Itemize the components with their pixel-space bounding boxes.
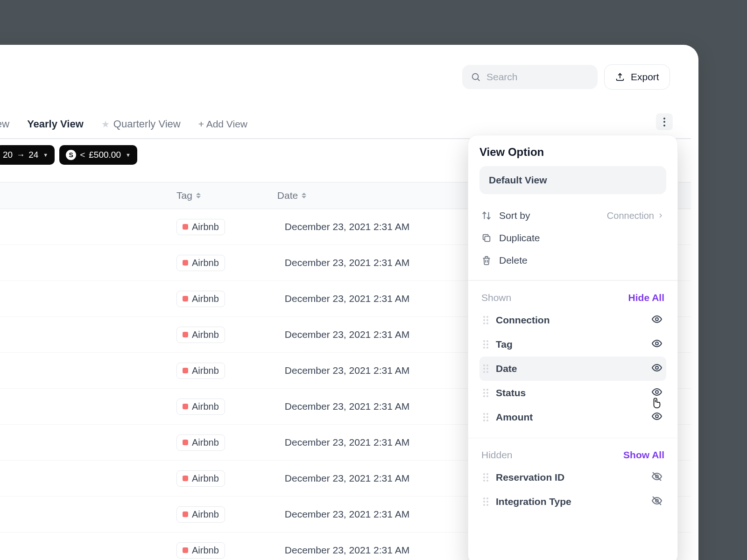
column-name: Connection [496, 315, 550, 326]
column-date[interactable]: Date [277, 190, 306, 201]
visibility-toggle[interactable] [651, 362, 662, 375]
search-icon [471, 72, 481, 82]
cursor-icon [651, 397, 663, 409]
add-view-button[interactable]: + Add View [198, 119, 247, 130]
tag-color-icon [183, 440, 188, 445]
visibility-toggle[interactable] [651, 314, 662, 327]
tab-quarterly-label: Quarterly View [113, 118, 181, 130]
trash-icon [481, 255, 492, 266]
tag-label: Airbnb [192, 222, 219, 232]
tag-badge[interactable]: Airbnb [176, 291, 225, 307]
hidden-column-integration-type[interactable]: Integration Type [479, 490, 666, 514]
filter-pills: 20 → 24 ▼ S < £500.00 ▼ [0, 145, 137, 165]
drag-handle-icon[interactable] [483, 389, 488, 397]
tag-badge[interactable]: Airbnb [176, 542, 225, 559]
tag-badge[interactable]: Airbnb [176, 255, 225, 271]
tag-badge[interactable]: Airbnb [176, 363, 225, 379]
tag-color-icon [183, 332, 188, 337]
svg-point-8 [655, 415, 658, 418]
tab-yearly-view[interactable]: Yearly View [27, 118, 84, 130]
hide-all-button[interactable]: Hide All [628, 292, 664, 303]
show-all-button[interactable]: Show All [623, 449, 664, 461]
column-date-label: Date [277, 190, 298, 201]
filter-date-range[interactable]: 20 → 24 ▼ [0, 145, 55, 165]
svg-line-1 [478, 79, 479, 81]
duplicate-row[interactable]: Duplicate [479, 227, 666, 249]
date-cell: December 23, 2021 2:31 AM [285, 509, 409, 520]
shown-column-connection[interactable]: Connection [479, 308, 666, 332]
eye-off-icon [651, 495, 662, 506]
caret-down-icon: ▼ [126, 152, 131, 158]
delete-row[interactable]: Delete [479, 249, 666, 272]
amount-operator: < [80, 150, 85, 160]
eye-icon [651, 362, 662, 373]
tag-label: Airbnb [192, 258, 219, 268]
sort-icon [481, 210, 492, 221]
drag-handle-icon[interactable] [483, 413, 488, 421]
svg-point-4 [655, 318, 658, 321]
visibility-toggle[interactable] [651, 471, 662, 484]
more-options-button[interactable] [656, 113, 673, 130]
tag-color-icon [183, 224, 188, 230]
visibility-toggle[interactable] [651, 495, 662, 508]
search-placeholder: Search [486, 71, 518, 83]
search-input[interactable]: Search [462, 65, 598, 89]
export-label: Export [631, 71, 659, 83]
tag-color-icon [183, 260, 188, 266]
view-tabs: ew Yearly View ★ Quarterly View + Add Vi… [0, 118, 247, 130]
sort-icon [302, 193, 306, 198]
date-cell: December 23, 2021 2:31 AM [285, 437, 409, 448]
tag-label: Airbnb [192, 473, 219, 484]
copy-icon [481, 233, 492, 243]
tab-partial[interactable]: ew [0, 118, 9, 130]
tag-color-icon [183, 404, 188, 409]
date-cell: December 23, 2021 2:31 AM [285, 221, 409, 232]
filter-amount[interactable]: S < £500.00 ▼ [59, 145, 137, 165]
tag-badge[interactable]: Airbnb [176, 399, 225, 415]
shown-column-tag[interactable]: Tag [479, 332, 666, 357]
sort-by-row[interactable]: Sort by Connection [479, 204, 666, 227]
tag-label: Airbnb [192, 294, 219, 304]
eye-icon [651, 411, 662, 422]
column-name: Date [496, 363, 517, 374]
drag-handle-icon[interactable] [483, 473, 488, 482]
tag-badge[interactable]: Airbnb [176, 470, 225, 487]
panel-separator [468, 438, 677, 439]
column-tag[interactable]: Tag [176, 190, 201, 201]
drag-handle-icon[interactable] [483, 497, 488, 506]
tag-color-icon [183, 296, 188, 301]
tag-label: Airbnb [192, 545, 219, 556]
drag-handle-icon[interactable] [483, 340, 488, 349]
tag-badge[interactable]: Airbnb [176, 434, 225, 451]
tag-badge[interactable]: Airbnb [176, 327, 225, 343]
visibility-toggle[interactable] [651, 411, 662, 424]
range-to: 24 [28, 150, 38, 160]
column-name: Integration Type [496, 496, 571, 507]
shown-column-status[interactable]: Status [479, 381, 666, 405]
eye-icon [651, 386, 662, 398]
svg-point-0 [472, 74, 479, 80]
column-tag-label: Tag [176, 190, 192, 201]
drag-handle-icon[interactable] [483, 364, 488, 373]
hidden-column-reservation-id[interactable]: Reservation ID [479, 465, 666, 490]
shown-section-head: Shown Hide All [479, 289, 666, 308]
shown-column-date[interactable]: Date [479, 357, 666, 381]
column-name: Tag [496, 339, 513, 350]
date-cell: December 23, 2021 2:31 AM [285, 329, 409, 340]
amount-value: £500.00 [89, 150, 121, 160]
tag-color-icon [183, 476, 188, 481]
tab-quarterly-view[interactable]: ★ Quarterly View [101, 118, 181, 130]
shown-column-amount[interactable]: Amount [479, 405, 666, 429]
drag-handle-icon[interactable] [483, 316, 488, 324]
export-button[interactable]: Export [604, 64, 670, 90]
visibility-toggle[interactable] [651, 338, 662, 351]
tag-badge[interactable]: Airbnb [176, 219, 225, 235]
tag-label: Airbnb [192, 329, 219, 340]
tag-badge[interactable]: Airbnb [176, 506, 225, 523]
sort-by-value: Connection [607, 210, 664, 221]
default-view-chip[interactable]: Default View [479, 166, 666, 194]
svg-point-6 [655, 366, 658, 369]
column-name: Status [496, 387, 526, 399]
panel-title: View Option [479, 146, 666, 159]
tag-label: Airbnb [192, 437, 219, 448]
